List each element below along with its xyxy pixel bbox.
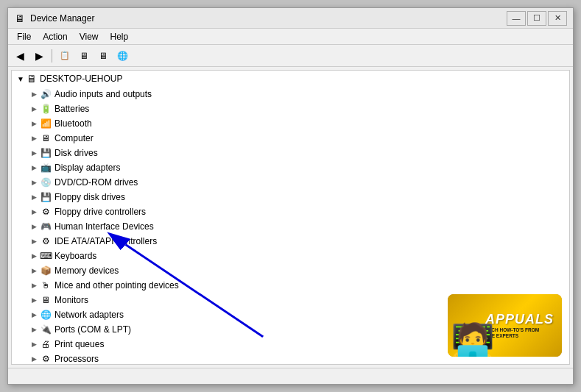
tree-item-expand-icon: ▶	[28, 341, 40, 348]
tree-item[interactable]: ▶ 💿 DVD/CD-ROM drives	[12, 175, 569, 190]
tree-item-icon: 🌐	[40, 310, 52, 320]
tree-item-expand-icon: ▶	[28, 164, 40, 171]
tree-item[interactable]: ▶ 💾 Floppy disk drives	[12, 190, 569, 204]
title-bar-buttons: — ☐ ✕	[507, 11, 567, 26]
tree-item-expand-icon: ▶	[28, 282, 40, 289]
tree-item[interactable]: ▶ 🎮 Human Interface Devices	[12, 219, 569, 234]
tree-item-icon: 🔊	[40, 89, 52, 99]
tree-item[interactable]: ▶ ⌨ Keyboards	[12, 249, 569, 263]
tree-item-icon: 🖥	[40, 295, 52, 305]
forward-button[interactable]: ▶	[30, 48, 48, 64]
tree-item-expand-icon: ▶	[28, 311, 40, 318]
tree-item-label: Batteries	[54, 104, 89, 114]
tree-item-label: Mice and other pointing devices	[54, 280, 179, 291]
appulas-figure: 🧑‍💻	[451, 324, 495, 357]
close-button[interactable]: ✕	[548, 11, 567, 26]
root-item[interactable]: ▼ 🖥 DESKTOP-UEHOUP	[12, 71, 569, 87]
tree-item-icon: ⚙	[40, 236, 52, 246]
tree-item-label: IDE ATA/ATAPI controllers	[54, 236, 157, 246]
tree-item[interactable]: ▶ 📦 Memory devices	[12, 263, 569, 278]
tree-item[interactable]: ▶ 🖱 Mice and other pointing devices	[12, 278, 569, 293]
tree-item-label: Floppy disk drives	[54, 192, 125, 202]
tree-item-label: Network adapters	[54, 310, 124, 320]
tree-item-label: Print queues	[54, 339, 104, 349]
tree-item-expand-icon: ▶	[28, 90, 40, 98]
menu-bar: File Action View Help	[8, 29, 573, 45]
tree-item-expand-icon: ▶	[28, 252, 40, 260]
tree-item[interactable]: ▶ ⚙ IDE ATA/ATAPI controllers	[12, 234, 569, 249]
maximize-button[interactable]: ☐	[527, 11, 546, 26]
root-expand-icon: ▼	[15, 75, 27, 83]
tree-item-icon: 🖱	[40, 280, 52, 291]
tree-item-icon: ⌨	[40, 251, 52, 261]
tree-item-label: Keyboards	[54, 251, 96, 261]
tree-item-label: Floppy drive controllers	[54, 207, 146, 217]
tree-item-label: Display adapters	[54, 163, 120, 173]
appulas-brand: APPUALS	[485, 312, 554, 327]
tree-item-label: Ports (COM & LPT)	[54, 324, 131, 335]
root-label: DESKTOP-UEHOUP	[40, 74, 122, 84]
status-bar	[8, 368, 573, 384]
tree-item-label: Audio inputs and outputs	[54, 89, 152, 99]
title-bar: 🖥 Device Manager — ☐ ✕	[8, 8, 573, 29]
tree-item-label: Computer	[54, 133, 94, 143]
tree-item[interactable]: ▶ 🔋 Batteries	[12, 101, 569, 116]
tree-item[interactable]: ▶ 📺 Display adapters	[12, 160, 569, 175]
menu-file[interactable]: File	[11, 30, 37, 43]
tree-item-label: DVD/CD-ROM drives	[54, 177, 138, 188]
tree-item-expand-icon: ▶	[28, 135, 40, 142]
window-title: Device Manager	[30, 13, 507, 24]
tree-item-icon: 📺	[40, 163, 52, 173]
monitor-button[interactable]: 🖥	[94, 48, 112, 64]
tree-item-expand-icon: ▶	[28, 208, 40, 215]
tree-item-icon: ⚙	[40, 207, 52, 217]
back-button[interactable]: ◀	[11, 48, 29, 64]
tree-item[interactable]: ▶ 🖥 Computer	[12, 131, 569, 146]
tree-item-expand-icon: ▶	[28, 105, 40, 113]
tree-item-label: Processors	[54, 354, 99, 364]
tree-item-label: Monitors	[54, 295, 88, 305]
tree-item[interactable]: ▶ ⚙ Floppy drive controllers	[12, 204, 569, 219]
tree-item-icon: 💿	[40, 177, 52, 188]
tree-item-expand-icon: ▶	[28, 267, 40, 274]
tree-item-icon: 📦	[40, 266, 52, 276]
tree-item-expand-icon: ▶	[28, 149, 40, 157]
menu-view[interactable]: View	[74, 30, 105, 43]
device-tree[interactable]: ▼ 🖥 DESKTOP-UEHOUP ▶ 🔊 Audio inputs and …	[11, 70, 570, 365]
network-button[interactable]: 🌐	[113, 48, 131, 64]
tree-item-icon: 🖥	[40, 133, 52, 143]
tree-item-icon: 🖨	[40, 339, 52, 349]
tree-item-icon: 🔌	[40, 324, 52, 335]
tree-item-label: Disk drives	[54, 148, 98, 158]
tree-item-label: Bluetooth	[54, 118, 92, 129]
device-manager-window: 🖥 Device Manager — ☐ ✕ File Action View …	[7, 7, 574, 385]
tree-item-icon: 🎮	[40, 221, 52, 232]
menu-help[interactable]: Help	[105, 30, 135, 43]
tree-item-expand-icon: ▶	[28, 179, 40, 186]
appulas-watermark: 🧑‍💻 APPUALS TECH HOW-TO'S FROMTHE EXPERT…	[448, 294, 562, 357]
tree-item-label: Human Interface Devices	[54, 221, 154, 232]
menu-action[interactable]: Action	[37, 30, 73, 43]
tree-item[interactable]: ▶ 📶 Bluetooth	[12, 116, 569, 131]
tree-item-expand-icon: ▶	[28, 355, 40, 363]
tree-item-expand-icon: ▶	[28, 326, 40, 333]
tree-item-label: Memory devices	[54, 266, 119, 276]
tree-item-expand-icon: ▶	[28, 193, 40, 201]
tree-item-icon: ⚙	[40, 354, 52, 364]
minimize-button[interactable]: —	[507, 11, 526, 26]
tree-item-expand-icon: ▶	[28, 296, 40, 304]
content-area: ▼ 🖥 DESKTOP-UEHOUP ▶ 🔊 Audio inputs and …	[8, 67, 573, 368]
tree-item-expand-icon: ▶	[28, 120, 40, 127]
window-icon: 🖥	[14, 13, 26, 24]
tree-item-icon: 💾	[40, 148, 52, 158]
tree-item-expand-icon: ▶	[28, 223, 40, 230]
toolbar-separator-1	[52, 49, 52, 63]
computer-button[interactable]: 🖥	[75, 48, 93, 64]
toolbar: ◀ ▶ 📋 🖥 🖥 🌐	[8, 45, 573, 67]
tree-item[interactable]: ▶ 🔊 Audio inputs and outputs	[12, 87, 569, 101]
tree-item-icon: 💾	[40, 192, 52, 202]
tree-item[interactable]: ▶ 💾 Disk drives	[12, 146, 569, 160]
properties-button[interactable]: 📋	[56, 48, 74, 64]
tree-item-icon: 🔋	[40, 104, 52, 114]
tree-item-expand-icon: ▶	[28, 238, 40, 245]
